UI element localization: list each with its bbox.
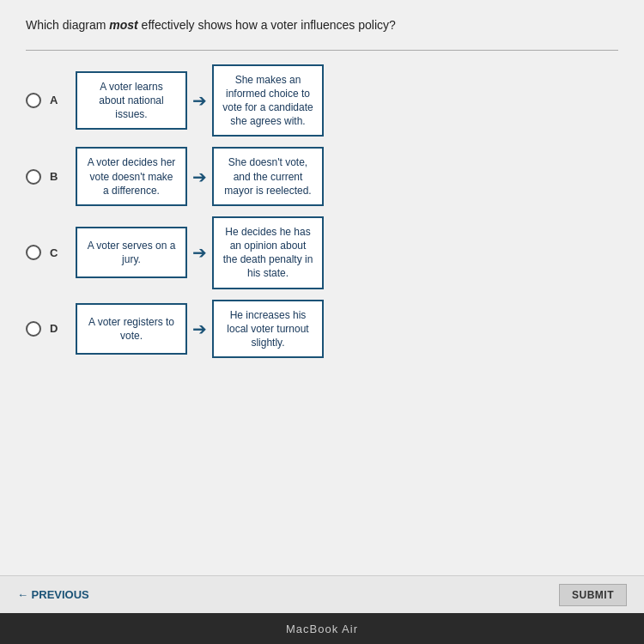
option-row-d: D A voter registers to vote. ➔ He increa… xyxy=(26,300,618,359)
radio-b[interactable] xyxy=(26,169,41,185)
question-text: Which diagram most effectively shows how… xyxy=(26,17,618,34)
main-content: Which diagram most effectively shows how… xyxy=(0,0,644,575)
arrow-d: ➔ xyxy=(192,319,207,339)
right-box-a: She makes an informed choice to vote for… xyxy=(212,64,324,137)
submit-button[interactable]: SUBMIT xyxy=(559,584,627,606)
right-box-d: He increases his local voter turnout sli… xyxy=(212,300,324,359)
option-label-a: A xyxy=(50,94,67,106)
box-pair-b: A voter decides her vote doesn't make a … xyxy=(76,147,324,206)
option-label-d: D xyxy=(50,322,67,335)
macbook-label: MacBook Air xyxy=(286,623,358,635)
arrow-b: ➔ xyxy=(192,167,207,187)
divider xyxy=(26,50,618,51)
option-label-c: C xyxy=(50,246,67,259)
right-box-b: She doesn't vote, and the current mayor … xyxy=(212,147,324,206)
box-pair-d: A voter registers to vote. ➔ He increase… xyxy=(76,300,324,359)
box-pair-c: A voter serves on a jury. ➔ He decides h… xyxy=(76,216,324,289)
arrow-c: ➔ xyxy=(192,242,207,263)
left-box-b: A voter decides her vote doesn't make a … xyxy=(76,147,187,206)
radio-a[interactable] xyxy=(26,93,41,108)
macbook-bar: MacBook Air xyxy=(0,613,644,644)
previous-link[interactable]: ← PREVIOUS xyxy=(17,588,89,601)
left-box-a: A voter learns about national issues. xyxy=(76,71,187,131)
left-box-d: A voter registers to vote. xyxy=(76,303,187,355)
left-box-c: A voter serves on a jury. xyxy=(76,227,187,278)
option-label-b: B xyxy=(50,170,67,183)
right-box-c: He decides he has an opinion about the d… xyxy=(212,216,324,289)
option-row-b: B A voter decides her vote doesn't make … xyxy=(26,147,618,206)
option-row-c: C A voter serves on a jury. ➔ He decides… xyxy=(26,216,618,289)
radio-c[interactable] xyxy=(26,245,41,260)
options-list: A A voter learns about national issues. … xyxy=(26,64,618,567)
radio-d[interactable] xyxy=(26,321,41,337)
option-row-a: A A voter learns about national issues. … xyxy=(26,64,618,137)
arrow-a: ➔ xyxy=(192,90,207,111)
footer: ← PREVIOUS SUBMIT xyxy=(0,575,644,613)
box-pair-a: A voter learns about national issues. ➔ … xyxy=(76,64,324,137)
